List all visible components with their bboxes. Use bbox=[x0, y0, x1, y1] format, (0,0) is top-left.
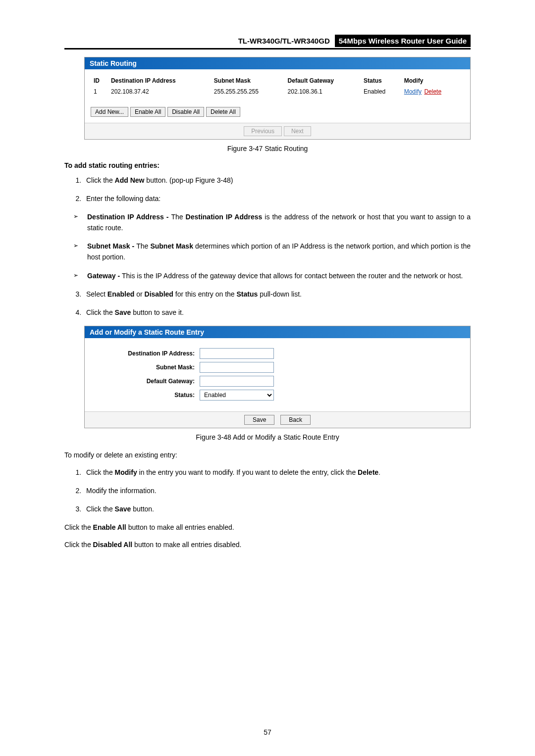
mod-step-3: Click the Save button. bbox=[83, 504, 471, 514]
modify-heading: To modify or delete an existing entry: bbox=[64, 450, 471, 460]
figure-caption-1: Figure 3-47 Static Routing bbox=[64, 145, 471, 152]
header-title: 54Mbps Wireless Router User Guide bbox=[335, 35, 471, 47]
add-modify-panel: Add or Modify a Static Route Entry Desti… bbox=[84, 326, 471, 428]
add-new-button[interactable]: Add New... bbox=[91, 107, 128, 117]
previous-button: Previous bbox=[244, 126, 282, 136]
col-status: Status bbox=[361, 75, 401, 86]
step-2: Enter the following data: bbox=[83, 194, 471, 204]
page-header: TL-WR340G/TL-WR340GD 54Mbps Wireless Rou… bbox=[64, 35, 471, 50]
col-modify: Modify bbox=[401, 75, 464, 86]
col-gateway: Default Gateway bbox=[285, 75, 361, 86]
mod-step-1: Click the Modify in the entry you want t… bbox=[83, 467, 471, 478]
static-routing-title: Static Routing bbox=[85, 57, 470, 69]
add-steps-list: Click the Add New button. (pop-up Figure… bbox=[83, 175, 471, 204]
delete-all-button[interactable]: Delete All bbox=[206, 107, 240, 117]
mod-step-2: Modify the information. bbox=[83, 486, 471, 496]
label-dest: Destination IP Address: bbox=[91, 350, 200, 357]
step-4: Click the Save button to save it. bbox=[83, 307, 471, 318]
status-select[interactable]: Enabled bbox=[200, 390, 274, 401]
cell-dest: 202.108.37.42 bbox=[108, 86, 211, 97]
modify-steps-list: Click the Modify in the entry you want t… bbox=[83, 467, 471, 514]
add-steps-list-2: Select Enabled or Disabled for this entr… bbox=[83, 289, 471, 318]
mask-input[interactable] bbox=[200, 362, 274, 373]
modify-link[interactable]: Modify bbox=[404, 88, 422, 95]
step-1: Click the Add New button. (pop-up Figure… bbox=[83, 175, 471, 186]
enable-all-button[interactable]: Enable All bbox=[130, 107, 165, 117]
disable-all-button[interactable]: Disable All bbox=[167, 107, 204, 117]
back-button[interactable]: Back bbox=[280, 415, 311, 425]
page-number: 57 bbox=[0, 728, 535, 736]
cell-status: Enabled bbox=[361, 86, 401, 97]
add-modify-title: Add or Modify a Static Route Entry bbox=[85, 326, 470, 338]
disable-all-note: Click the Disabled All button to make al… bbox=[64, 540, 471, 550]
cell-id: 1 bbox=[91, 86, 108, 97]
cell-mask: 255.255.255.255 bbox=[211, 86, 285, 97]
save-button[interactable]: Save bbox=[244, 415, 274, 425]
desc-mask: Subnet Mask - The Subnet Mask determines… bbox=[73, 241, 471, 262]
desc-gateway: Gateway - This is the IP Address of the … bbox=[73, 271, 471, 282]
header-model: TL-WR340G/TL-WR340GD bbox=[64, 37, 335, 45]
static-routing-panel: Static Routing ID Destination IP Address… bbox=[84, 57, 471, 140]
figure-caption-2: Figure 3-48 Add or Modify a Static Route… bbox=[64, 433, 471, 441]
label-status: Status: bbox=[91, 392, 200, 399]
col-id: ID bbox=[91, 75, 108, 86]
table-row: 1 202.108.37.42 255.255.255.255 202.108.… bbox=[91, 86, 464, 97]
field-descriptions: Destination IP Address - The Destination… bbox=[73, 212, 471, 281]
gateway-input[interactable] bbox=[200, 376, 274, 387]
routing-table: ID Destination IP Address Subnet Mask De… bbox=[91, 75, 464, 97]
label-mask: Subnet Mask: bbox=[91, 364, 200, 371]
label-gateway: Default Gateway: bbox=[91, 378, 200, 385]
col-mask: Subnet Mask bbox=[211, 75, 285, 86]
step-3: Select Enabled or Disabled for this entr… bbox=[83, 289, 471, 300]
dest-input[interactable] bbox=[200, 348, 274, 359]
col-dest: Destination IP Address bbox=[108, 75, 211, 86]
enable-all-note: Click the Enable All button to make all … bbox=[64, 522, 471, 533]
delete-link[interactable]: Delete bbox=[424, 88, 441, 95]
desc-dest: Destination IP Address - The Destination… bbox=[73, 212, 471, 233]
add-heading: To add static routing entries: bbox=[64, 161, 471, 169]
next-button: Next bbox=[284, 126, 311, 136]
cell-gateway: 202.108.36.1 bbox=[285, 86, 361, 97]
